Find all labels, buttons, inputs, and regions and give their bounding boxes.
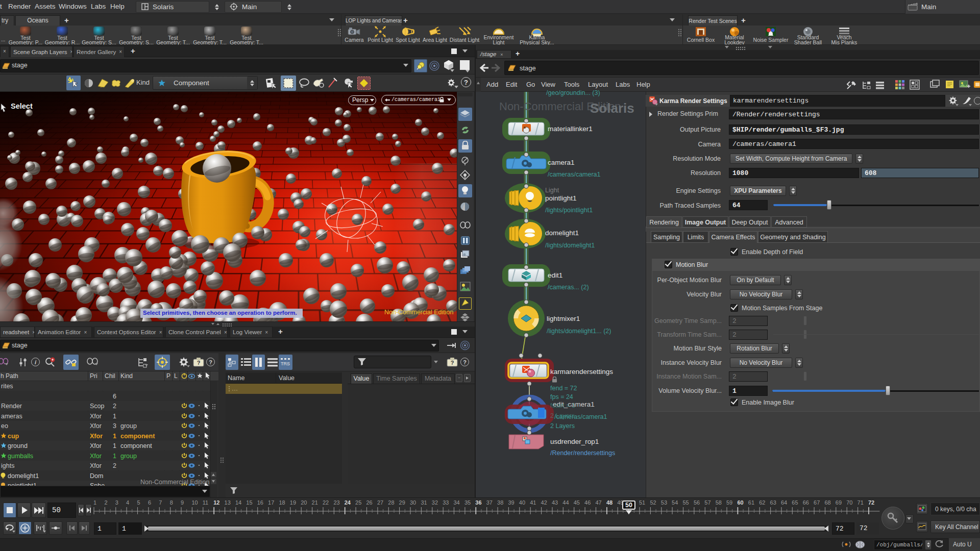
svg-text:21: 21 <box>312 499 318 506</box>
svg-text:41: 41 <box>530 499 536 506</box>
svg-text:11: 11 <box>203 499 208 506</box>
svg-text:58: 58 <box>716 499 722 506</box>
svg-text:65: 65 <box>792 499 798 506</box>
svg-text:39: 39 <box>508 499 514 506</box>
svg-text:15: 15 <box>246 499 252 506</box>
svg-text:38: 38 <box>497 499 503 506</box>
svg-text:71: 71 <box>857 499 864 506</box>
svg-text:9: 9 <box>181 499 184 506</box>
svg-text:42: 42 <box>541 499 547 506</box>
svg-text:4: 4 <box>126 499 129 506</box>
svg-text:63: 63 <box>770 499 776 506</box>
svg-text:16: 16 <box>257 499 263 506</box>
svg-text:28: 28 <box>388 499 394 506</box>
svg-text:51: 51 <box>639 499 645 506</box>
svg-text:66: 66 <box>803 499 809 506</box>
svg-text:52: 52 <box>650 499 656 506</box>
svg-text:17: 17 <box>268 499 274 506</box>
svg-text:?: ? <box>197 360 201 366</box>
svg-text:23: 23 <box>333 499 339 506</box>
svg-text:60: 60 <box>737 499 743 506</box>
svg-text:8: 8 <box>170 499 173 506</box>
svg-text:64: 64 <box>781 499 787 506</box>
svg-text:?: ? <box>451 360 454 366</box>
svg-text:26: 26 <box>366 499 373 506</box>
svg-text:44: 44 <box>562 499 569 506</box>
svg-text:34: 34 <box>454 499 460 506</box>
svg-text:19: 19 <box>290 499 296 506</box>
svg-text:12: 12 <box>213 499 219 506</box>
svg-text:29: 29 <box>399 499 405 506</box>
svg-text:54: 54 <box>672 499 678 506</box>
svg-text:48: 48 <box>606 499 612 506</box>
svg-text:32: 32 <box>432 499 438 506</box>
svg-text:13: 13 <box>225 499 231 506</box>
svg-text:7: 7 <box>159 499 162 506</box>
svg-text:36: 36 <box>475 499 481 506</box>
svg-text:70: 70 <box>846 499 852 506</box>
svg-text:35: 35 <box>464 499 471 506</box>
svg-text:2: 2 <box>104 499 107 506</box>
svg-text:37: 37 <box>486 499 493 506</box>
svg-text:30: 30 <box>410 499 416 506</box>
svg-text:1: 1 <box>93 499 96 506</box>
svg-text:53: 53 <box>661 499 667 506</box>
svg-text:67: 67 <box>814 499 820 506</box>
svg-text:24: 24 <box>345 499 351 506</box>
svg-text:20: 20 <box>301 499 307 506</box>
svg-text:57: 57 <box>704 499 710 506</box>
svg-text:46: 46 <box>584 499 591 506</box>
svg-text:3: 3 <box>115 499 118 506</box>
svg-text:45: 45 <box>574 499 580 506</box>
svg-text:25: 25 <box>355 499 361 506</box>
svg-text:56: 56 <box>694 499 700 506</box>
svg-text:61: 61 <box>748 499 754 506</box>
svg-text:6: 6 <box>148 499 151 506</box>
svg-text:10: 10 <box>191 499 198 506</box>
svg-text:22: 22 <box>323 499 329 506</box>
svg-text:TRS: TRS <box>281 361 290 366</box>
svg-text:55: 55 <box>683 499 689 506</box>
svg-text:62: 62 <box>759 499 765 506</box>
svg-text:18: 18 <box>279 499 285 506</box>
svg-text:43: 43 <box>552 499 558 506</box>
svg-text:59: 59 <box>726 499 732 506</box>
svg-text:33: 33 <box>443 499 449 506</box>
svg-text:14: 14 <box>235 499 241 506</box>
svg-text:27: 27 <box>377 499 383 506</box>
svg-text:31: 31 <box>421 499 427 506</box>
svg-text:47: 47 <box>596 499 602 506</box>
svg-text:5: 5 <box>137 499 140 506</box>
svg-text:68: 68 <box>825 499 831 506</box>
svg-text:40: 40 <box>519 499 525 506</box>
svg-text:69: 69 <box>836 499 842 506</box>
svg-text:72: 72 <box>868 499 874 506</box>
